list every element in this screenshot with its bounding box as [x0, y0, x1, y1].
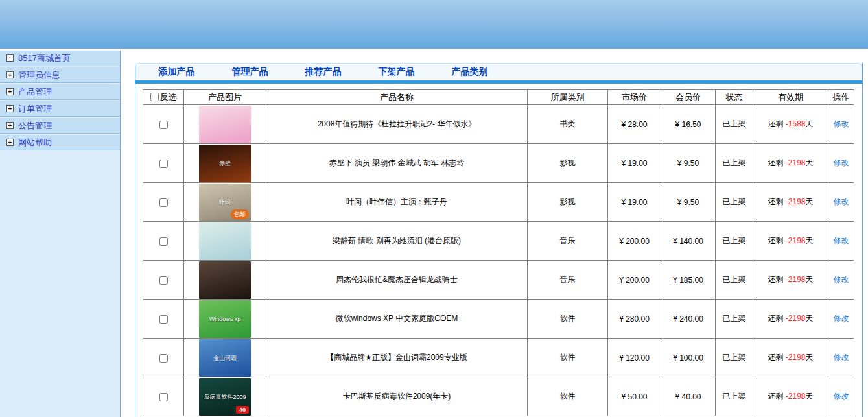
product-name: 微软windows XP 中文家庭版COEM — [266, 300, 528, 339]
validity-cell: 还剩 -2198天 — [753, 222, 828, 261]
tab-add-product[interactable]: 添加产品 — [140, 66, 213, 78]
status-text: 已上架 — [716, 377, 753, 416]
product-category: 影视 — [528, 183, 608, 222]
sidebar-item-label: 管理员信息 — [18, 69, 60, 81]
header-action: 操作 — [828, 90, 854, 105]
sidebar-item-home[interactable]: · 8517商城首页 — [0, 51, 120, 66]
product-image: 金山词霸 — [199, 339, 251, 377]
member-price: ¥ 16.50 — [661, 105, 716, 144]
product-image-label: 反病毒软件2009 — [199, 392, 251, 401]
validity-cell: 还剩 -2198天 — [753, 183, 828, 222]
sidebar-item-admin-info[interactable]: + 管理员信息 — [0, 67, 120, 83]
product-category: 软件 — [528, 300, 608, 339]
edit-link[interactable]: 修改 — [834, 275, 849, 284]
member-price: ¥ 40.00 — [661, 377, 716, 416]
member-price: ¥ 140.00 — [661, 222, 716, 261]
tree-node-icon: · — [6, 54, 14, 62]
top-banner — [0, 0, 868, 49]
status-text: 已上架 — [716, 105, 753, 144]
product-image-label: 叶问 — [199, 198, 251, 206]
product-image: 叶问 包邮 — [199, 184, 251, 221]
select-all-label: 反选 — [160, 91, 177, 103]
header-name: 产品名称 — [266, 90, 528, 105]
sidebar-item-product-mgmt[interactable]: + 产品管理 — [0, 84, 120, 100]
table-row: 周杰伦我很忙&魔杰座合辑龙战骑士 音乐 ¥ 200.00 ¥ 185.00 已上… — [143, 261, 854, 300]
market-price: ¥ 200.00 — [608, 261, 661, 300]
sidebar: · 8517商城首页 + 管理员信息 + 产品管理 + 订单管理 + 公告管理 … — [0, 51, 121, 417]
tree-expand-icon: + — [6, 105, 14, 112]
product-category: 软件 — [528, 377, 608, 416]
tab-manage-product[interactable]: 管理产品 — [213, 66, 287, 78]
row-checkbox[interactable] — [159, 160, 168, 168]
member-price: ¥ 100.00 — [661, 339, 716, 377]
product-name: 周杰伦我很忙&魔杰座合辑龙战骑士 — [266, 261, 528, 300]
product-table: 反选 产品图片 产品名称 所属类别 市场价 会员价 状态 有效期 操作 2008… — [143, 89, 854, 416]
status-text: 已上架 — [716, 183, 753, 222]
product-name: 卡巴斯基反病毒软件2009(年卡) — [266, 377, 528, 416]
edit-link[interactable]: 修改 — [834, 119, 849, 128]
product-image-label: 赤壁 — [199, 159, 251, 167]
member-price: ¥ 9.50 — [661, 183, 716, 222]
header-status: 状态 — [716, 90, 753, 105]
sidebar-item-notice-mgmt[interactable]: + 公告管理 — [0, 118, 120, 134]
row-checkbox[interactable] — [159, 121, 168, 129]
member-price: ¥ 240.00 — [661, 300, 716, 339]
edit-link[interactable]: 修改 — [834, 158, 849, 167]
product-name: 梁静茹 情歌 别再为她流泪 (港台原版) — [266, 222, 528, 261]
row-checkbox[interactable] — [159, 315, 168, 324]
member-price: ¥ 185.00 — [661, 261, 716, 300]
sidebar-item-label: 订单管理 — [18, 103, 52, 115]
free-shipping-badge: 包邮 — [231, 209, 249, 219]
sidebar-item-order-mgmt[interactable]: + 订单管理 — [0, 101, 120, 117]
edit-link[interactable]: 修改 — [834, 314, 849, 323]
sidebar-item-site-help[interactable]: + 网站帮助 — [0, 135, 120, 150]
tab-recommend-product[interactable]: 推荐产品 — [287, 66, 360, 78]
market-price: ¥ 50.00 — [608, 377, 661, 416]
product-category: 书类 — [528, 105, 608, 144]
product-name: 赤壁下 演员:梁朝伟 金城武 胡军 林志玲 — [266, 144, 528, 183]
tree-expand-icon: + — [6, 71, 14, 78]
edit-link[interactable]: 修改 — [834, 353, 849, 362]
table-row: 梁静茹 情歌 别再为她流泪 (港台原版) 音乐 ¥ 200.00 ¥ 140.0… — [143, 222, 854, 261]
row-checkbox[interactable] — [159, 237, 168, 246]
validity-cell: 还剩 -2198天 — [753, 261, 828, 300]
product-image — [199, 261, 251, 299]
table-header-row: 反选 产品图片 产品名称 所属类别 市场价 会员价 状态 有效期 操作 — [143, 90, 854, 105]
tree-expand-icon: + — [6, 122, 14, 129]
status-text: 已上架 — [716, 300, 753, 339]
product-category: 软件 — [528, 339, 608, 377]
market-price: ¥ 19.00 — [608, 183, 661, 222]
status-text: 已上架 — [716, 261, 753, 300]
sidebar-item-label: 产品管理 — [18, 86, 52, 98]
validity-days: -2198 — [786, 158, 806, 167]
row-checkbox[interactable] — [159, 354, 168, 363]
market-price: ¥ 19.00 — [608, 144, 661, 183]
tab-offshelf-product[interactable]: 下架产品 — [360, 66, 433, 78]
validity-days: -2198 — [786, 197, 806, 206]
tab-product-category[interactable]: 产品类别 — [433, 66, 506, 78]
edit-link[interactable]: 修改 — [834, 236, 849, 245]
market-price: ¥ 120.00 — [608, 339, 661, 377]
market-price: ¥ 28.00 — [608, 105, 661, 144]
validity-days: -2198 — [786, 275, 806, 284]
product-category: 音乐 — [528, 261, 608, 300]
product-image: Windows xp — [199, 300, 251, 338]
status-text: 已上架 — [716, 222, 753, 261]
validity-cell: 还剩 -2198天 — [753, 339, 828, 377]
product-tabs: 添加产品 管理产品 推荐产品 下架产品 产品类别 — [135, 63, 862, 80]
product-category: 影视 — [528, 144, 608, 183]
edit-link[interactable]: 修改 — [834, 197, 849, 206]
table-row: 2008年值得期待《杜拉拉升职记2- 华年似水》 书类 ¥ 28.00 ¥ 16… — [143, 105, 854, 144]
row-checkbox[interactable] — [159, 276, 168, 285]
price-badge: 40 — [236, 406, 249, 414]
row-checkbox[interactable] — [159, 393, 168, 401]
validity-cell: 还剩 -1588天 — [753, 105, 828, 144]
select-all-checkbox[interactable] — [150, 93, 159, 101]
product-image: 赤壁 — [199, 145, 251, 182]
validity-cell: 还剩 -2198天 — [753, 300, 828, 339]
row-checkbox[interactable] — [159, 198, 168, 207]
edit-link[interactable]: 修改 — [834, 392, 849, 401]
tree-expand-icon: + — [6, 88, 14, 95]
table-row: 叶问 包邮 叶问（叶伟信）主演：甄子丹 影视 ¥ 19.00 ¥ 9.50 已上… — [143, 183, 854, 222]
table-row: 赤壁 赤壁下 演员:梁朝伟 金城武 胡军 林志玲 影视 ¥ 19.00 ¥ 9.… — [143, 144, 854, 183]
